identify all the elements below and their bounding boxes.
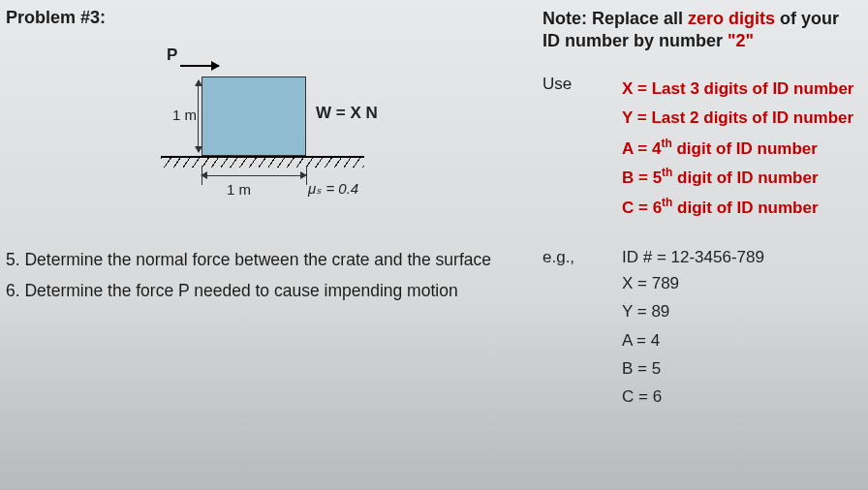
note-highlight: zero digits [688,9,775,28]
eg-a: A = 4 [622,326,854,354]
questions: 5. Determine the normal force between th… [6,249,533,302]
force-p-label: P [167,46,177,65]
def-x: X = Last 3 digits of ID number [622,75,853,104]
eg-y: Y = 89 [622,297,854,325]
note-highlight: "2" [728,31,754,50]
crate-box [202,77,306,156]
friction-coef-label: μₛ = 0.4 [308,180,358,198]
base-dimension-icon [202,175,306,176]
ground-line [161,156,364,158]
question-5: 5. Determine the normal force between th… [6,249,533,272]
eg-c: C = 6 [622,383,854,411]
def-c: C = 6th digit of ID number [622,193,853,223]
height-label: 1 m [172,107,197,123]
example-id: ID # = 12-3456-789 [622,248,764,267]
base-label: 1 m [227,181,251,198]
def-b: B = 5th digit of ID number [622,163,853,193]
def-y: Y = Last 2 digits of ID number [622,104,853,133]
force-arrow-icon [180,65,219,67]
note-text: Note: Replace all [542,9,688,28]
note: Note: Replace all zero digits of your ID… [542,8,854,51]
eg-b: B = 5 [622,354,854,383]
use-label: Use [542,75,581,223]
eg-x: X = 789 [622,269,854,297]
variable-definitions: X = Last 3 digits of ID number Y = Last … [622,75,853,223]
figure: P 1 m W = X N 1 m μₛ = 0.4 [122,46,413,239]
question-6: 6. Determine the force P needed to cause… [6,280,533,303]
problem-title: Problem #3: [6,8,533,28]
def-a: A = 4th digit of ID number [622,134,853,164]
weight-label: W = X N [316,104,378,123]
example-label: e.g., [542,248,581,267]
height-dimension-icon [198,80,199,152]
example-values: X = 789 Y = 89 A = 4 B = 5 C = 6 [622,269,854,411]
